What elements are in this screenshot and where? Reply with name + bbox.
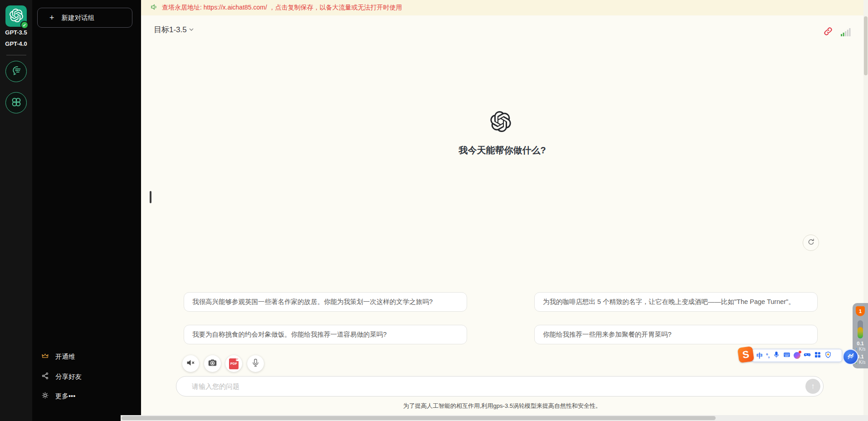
suggestion-card[interactable]: 我要为自称挑食的约会对象做饭。你能给我推荐一道容易做的菜吗? (184, 325, 467, 344)
app-window: ✓ GPT-3.5 GPT-4.0 (0, 0, 868, 421)
rail-divider (6, 55, 26, 55)
horizontal-scrollbar[interactable] (121, 415, 868, 421)
ime-skin-icon[interactable] (794, 352, 800, 359)
download-unit: K/s (859, 360, 865, 365)
sidebar-item-more[interactable]: 更多••• (32, 387, 141, 405)
upload-speed: 0.1 ↑ K/s (855, 341, 865, 352)
model-disclaimer: 为了提高人工智能的相互作用,利用gps-3.5涡轮模型来提高自然性和安全性。 (141, 402, 863, 410)
clover-app-icon[interactable] (5, 92, 27, 113)
clover-icon (10, 96, 23, 110)
refresh-button[interactable] (803, 235, 819, 251)
speaker-muted-icon (186, 358, 195, 369)
robot-head-icon (10, 64, 23, 79)
speed-gauge (858, 320, 863, 338)
question-input[interactable] (176, 376, 824, 397)
vertical-scrollbar-thumb[interactable] (864, 16, 868, 75)
send-button[interactable]: ↑ (805, 379, 820, 394)
signal-bars-icon (841, 31, 851, 39)
microphone-button[interactable] (247, 355, 264, 372)
upload-value: 0.1 (857, 341, 863, 346)
pdf-upload-button[interactable]: PDF (225, 355, 242, 372)
model-label-gpt35[interactable]: GPT-3.5 (0, 29, 32, 36)
camera-upload-button[interactable] (204, 355, 221, 372)
sidebar-item-share[interactable]: 分享好友 (32, 368, 141, 385)
sidebar: + 新建对话组 开通维 分享好友 更多••• (32, 0, 141, 421)
announcement-link[interactable]: 查塔永居地址: https://x.aichat85.com/ ，点击复制保存，… (162, 4, 402, 12)
ime-keyboard-icon[interactable] (783, 351, 790, 360)
left-rail: ✓ GPT-3.5 GPT-4.0 (0, 0, 32, 421)
ime-game-icon[interactable] (804, 351, 811, 360)
sidebar-item-upgrade[interactable]: 开通维 (32, 348, 141, 365)
pdf-file-icon: PDF (229, 358, 239, 369)
ime-toolbox-grid-icon[interactable] (814, 351, 821, 360)
openai-logo-icon (10, 9, 23, 24)
suggestion-text: 为我的咖啡店想出 5 个精致的名字，让它在晚上变成酒吧——比如"The Page… (543, 298, 795, 306)
new-chat-group-label: 新建对话组 (62, 14, 95, 22)
usage-stats-button[interactable] (841, 27, 851, 37)
ai-assistant-app-icon[interactable] (5, 61, 27, 82)
crown-icon (41, 352, 49, 361)
announcement-banner: 查塔永居地址: https://x.aichat85.com/ ，点击复制保存，… (141, 0, 863, 15)
speaker-icon (150, 3, 158, 13)
share-link-button[interactable] (823, 26, 833, 36)
ime-toolbar: 中 °, (751, 349, 842, 362)
upload-unit: K/s (859, 347, 865, 352)
sidebar-item-label: 分享好友 (55, 372, 82, 381)
link-icon (823, 30, 833, 38)
sidebar-item-label: 开通维 (55, 352, 75, 361)
net-monitor-ball[interactable] (843, 349, 858, 365)
plus-icon: + (49, 14, 54, 22)
sogou-ime-logo[interactable]: S (737, 346, 754, 363)
suggestion-card[interactable]: 你能给我推荐一些用来参加聚餐的开胃菜吗? (534, 325, 818, 344)
suggestion-text: 你能给我推荐一些用来参加聚餐的开胃菜吗? (543, 330, 672, 339)
model-label-gpt40[interactable]: GPT-4.0 (0, 40, 32, 47)
refresh-icon (807, 238, 815, 248)
horizontal-scrollbar-thumb[interactable] (122, 416, 716, 420)
network-wave-icon (846, 351, 856, 363)
ime-punctuation-toggle[interactable]: °, (766, 353, 770, 358)
ime-voice-icon[interactable] (773, 351, 780, 360)
active-model-check-icon: ✓ (20, 21, 29, 29)
suggestion-text: 我要为自称挑食的约会对象做饭。你能给我推荐一道容易做的菜吗? (192, 330, 387, 339)
greeting-text: 我今天能帮你做什么? (141, 144, 863, 157)
share-icon (41, 372, 49, 381)
ime-settings-shield-icon[interactable] (824, 351, 832, 360)
chevron-down-icon (189, 25, 194, 34)
conversation-title-dropdown[interactable]: 目标1-3.5 (154, 24, 194, 35)
ime-language-toggle[interactable]: 中 (756, 352, 763, 359)
suggestion-card[interactable]: 我很高兴能够参观英国一些著名作家的故居。你能为我策划一次这样的文学之旅吗? (184, 292, 467, 312)
microphone-icon (251, 358, 260, 369)
new-chat-group-button[interactable]: + 新建对话组 (37, 8, 132, 28)
suggestion-text: 我很高兴能够参观英国一些著名作家的故居。你能为我策划一次这样的文学之旅吗? (192, 298, 433, 306)
conversation-title: 目标1-3.5 (154, 24, 187, 35)
suggestion-card[interactable]: 为我的咖啡店想出 5 个精致的名字，让它在晚上变成酒吧——比如"The Page… (534, 292, 818, 312)
gear-icon (41, 392, 49, 401)
openai-hero-logo-icon (490, 111, 511, 132)
arrow-up-icon: ↑ (811, 382, 815, 391)
security-shield-badge[interactable]: 1 (856, 306, 865, 316)
sidebar-item-label: 更多••• (55, 392, 75, 401)
sidebar-resize-handle[interactable] (150, 191, 151, 203)
mute-voice-button[interactable] (182, 355, 199, 372)
camera-icon (208, 358, 217, 369)
